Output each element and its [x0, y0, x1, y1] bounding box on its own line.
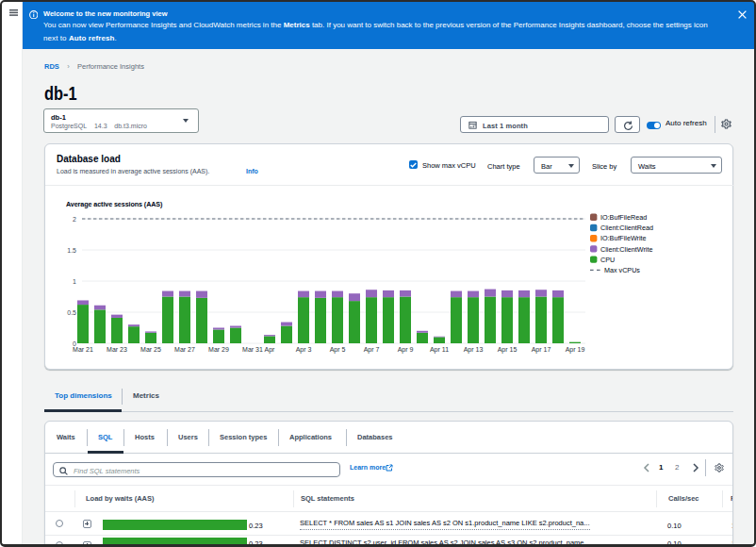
svg-text:1: 1	[73, 278, 76, 285]
svg-text:Mar 29: Mar 29	[208, 346, 229, 353]
svg-text:Mar 31: Mar 31	[242, 346, 263, 353]
svg-text:Apr 5: Apr 5	[330, 346, 346, 354]
svg-text:Client:ClientRead: Client:ClientRead	[600, 224, 653, 232]
svg-text:Mar 27: Mar 27	[174, 346, 195, 353]
svg-text:Average active sessions (AAS): Average active sessions (AAS)	[66, 200, 163, 208]
svg-text:1.5: 1.5	[67, 247, 76, 254]
svg-text:Mar 25: Mar 25	[140, 346, 161, 353]
svg-text:Apr 13: Apr 13	[464, 346, 484, 354]
svg-text:Client:ClientWrite: Client:ClientWrite	[600, 245, 652, 254]
svg-text:Apr 11: Apr 11	[430, 346, 449, 354]
svg-text:Apr 17: Apr 17	[532, 346, 551, 354]
svg-text:Apr 9: Apr 9	[398, 346, 414, 354]
svg-text:Apr 15: Apr 15	[498, 346, 518, 354]
svg-text:0.5: 0.5	[67, 309, 76, 316]
svg-text:IO:BufFileWrite: IO:BufFileWrite	[600, 234, 647, 242]
svg-text:Mar 21: Mar 21	[73, 346, 93, 353]
svg-text:Apr: Apr	[265, 346, 276, 354]
svg-text:IO:BufFileRead: IO:BufFileRead	[600, 213, 647, 222]
svg-text:Max vCPUs: Max vCPUs	[604, 266, 640, 274]
svg-text:CPU: CPU	[600, 256, 615, 264]
svg-text:Mar 23: Mar 23	[107, 346, 127, 353]
svg-text:Apr 7: Apr 7	[364, 346, 380, 354]
svg-text:Apr 19: Apr 19	[566, 346, 585, 354]
svg-text:2: 2	[73, 216, 76, 223]
svg-text:Apr 3: Apr 3	[296, 346, 312, 354]
